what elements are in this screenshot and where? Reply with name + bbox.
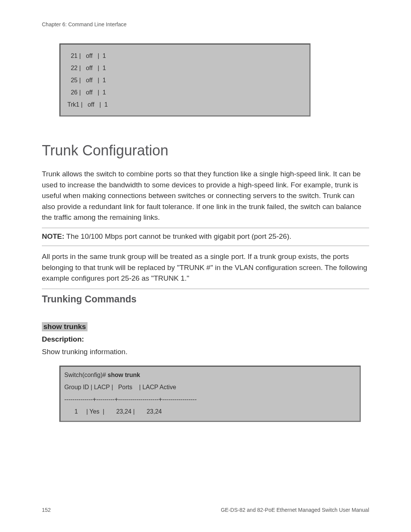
code-line: 21 | off | 1 bbox=[67, 50, 303, 62]
code-line: 25 | off | 1 bbox=[67, 74, 303, 86]
note-text: The 10/100 Mbps port cannot be trunked w… bbox=[64, 232, 291, 240]
command-name: show trunks bbox=[42, 322, 88, 331]
document-page: Chapter 6: Command Line Interface 21 | o… bbox=[0, 0, 411, 532]
subsection-title: Trunking Commands bbox=[42, 294, 369, 305]
code-data-line: 1 | Yes | 23,24 | 23,24 bbox=[64, 406, 356, 418]
code-block-show-trunk: Switch(config)# show trunk Group ID | LA… bbox=[59, 366, 361, 422]
section-title: Trunk Configuration bbox=[42, 142, 369, 159]
section-paragraph: All ports in the same trunk group will b… bbox=[42, 251, 369, 289]
code-prompt-line: Switch(config)# show trunk bbox=[64, 369, 356, 381]
cli-prompt: Switch(config)# bbox=[64, 372, 108, 378]
cli-command: show trunk bbox=[108, 372, 140, 378]
code-header-line: Group ID | LACP | Ports | LACP Active bbox=[64, 381, 356, 393]
description-text: Show trunking information. bbox=[42, 347, 369, 358]
page-number: 152 bbox=[42, 507, 51, 513]
code-line: Trk1 | off | 1 bbox=[67, 99, 303, 111]
page-footer: 152 GE-DS-82 and 82-PoE Ethernet Managed… bbox=[42, 507, 369, 513]
code-block-port-table: 21 | off | 1 22 | off | 1 25 | off | 1 2… bbox=[59, 43, 311, 117]
note-block: NOTE: The 10/100 Mbps port cannot be tru… bbox=[42, 228, 369, 246]
code-line: 26 | off | 1 bbox=[67, 86, 303, 99]
chapter-header: Chapter 6: Command Line Interface bbox=[42, 21, 369, 27]
section-intro: Trunk allows the switch to combine ports… bbox=[42, 169, 369, 223]
manual-title: GE-DS-82 and 82-PoE Ethernet Managed Swi… bbox=[221, 507, 369, 513]
code-separator-line: --------------+---------+---------------… bbox=[64, 393, 356, 406]
description-label: Description: bbox=[42, 335, 369, 343]
code-line: 22 | off | 1 bbox=[67, 62, 303, 74]
note-label: NOTE: bbox=[42, 232, 64, 240]
